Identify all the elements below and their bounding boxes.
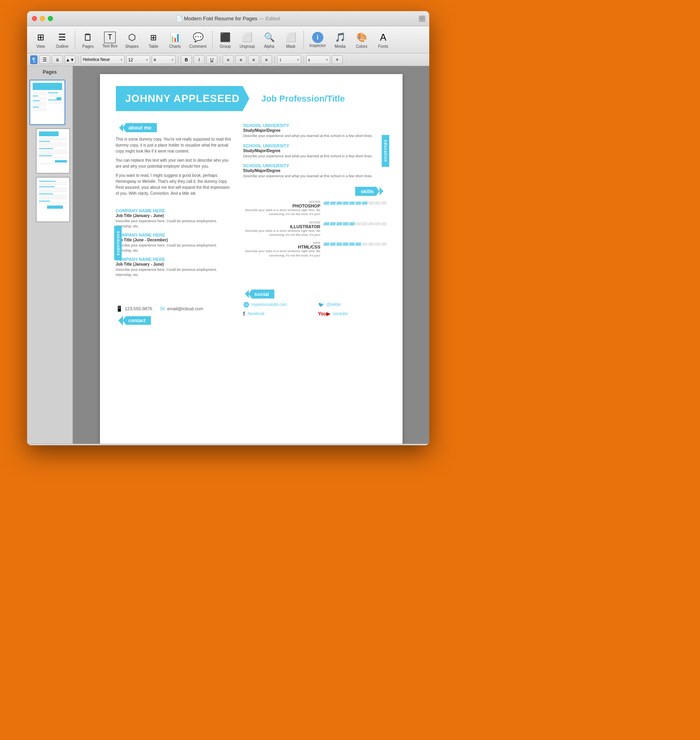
fmt-sep-4 [274,56,275,64]
toolbar-fonts[interactable]: A Fonts [373,29,393,50]
social-text-1: mypersonalsite.com [252,302,287,307]
textbox-label: Text Box [102,44,117,48]
skill-category-2: ADOBE [243,221,321,224]
close-button[interactable] [32,16,37,21]
shapes-icon: ⬡ [125,31,138,44]
toolbar-shapes[interactable]: ⬡ Shapes [121,29,142,50]
toolbar-mask[interactable]: ⬜ Mask [280,29,301,50]
social-text-3: /facebook [247,311,264,316]
toolbar-comment[interactable]: 💬 Comment [186,29,209,50]
skills-tag: skills [355,187,379,196]
underline-button[interactable]: U [206,55,217,64]
degree-1: Study/Major/Degree [243,128,387,133]
mask-label: Mask [286,44,295,49]
fullscreen-button[interactable]: ⤢ [419,16,425,22]
social-link-3: f /facebook [243,311,312,317]
columns-icon: ⫾ [308,57,311,62]
skill-item-2: ADOBE ILLUSTRATOR Describe your skills i… [243,221,387,237]
about-section: about me This is some dummy copy. You're… [116,123,231,196]
columns-select[interactable]: ⫾ ▾ [306,55,330,64]
about-para-2: You can replace this text with your own … [116,157,231,169]
toolbar-charts[interactable]: 📊 Charts [164,29,185,50]
mask-icon: ⬜ [284,31,297,44]
document-page: JOHNNY APPLESEED Job Profession/Title [100,74,403,444]
bar [349,243,355,246]
view-icon: ⊞ [34,31,47,44]
list-style-button[interactable]: ☰ [39,55,50,64]
maximize-button[interactable] [48,16,53,21]
skill-bars-2 [324,222,387,225]
font-size-select[interactable]: 12 ▾ [126,55,150,64]
school-2: SCHOOL UNIVERSITY [243,143,387,148]
page-thumb-1[interactable] [29,80,65,125]
font-name-arrow: ▾ [121,58,123,62]
toolbar-view[interactable]: ⊞ View [30,29,51,50]
ungroup-icon: ⬜ [241,31,254,44]
toolbar-inspector[interactable]: i Inspector [306,30,329,49]
media-label: Media [335,44,346,49]
toolbar-outline[interactable]: ☰ Outline [52,29,72,50]
bar [342,222,348,225]
skill-desc-2: Describe your skills in a short sentence… [243,229,321,237]
minimize-button[interactable] [40,16,45,21]
toolbar-pages[interactable]: 🗒 Pages [78,29,98,50]
title-bar: 📄 Modern Fold Resume for Pages — Edited … [27,11,429,26]
app-window: 📄 Modern Fold Resume for Pages — Edited … [27,11,429,445]
skill-name-3: HTML/CSS [243,245,321,249]
bar-empty [362,222,368,225]
text-size-button[interactable]: ▲▼ [65,55,76,64]
social-link-4: You▶ /youtube [318,311,387,317]
bar [355,202,361,205]
degree-2: Study/Major/Degree [243,149,387,153]
charts-icon: 📊 [168,31,181,44]
thumb-mini-2 [37,129,69,173]
toolbar-ungroup[interactable]: ⬜ Ungroup [237,29,258,50]
toolbar-table[interactable]: ⊞ Table [143,29,164,50]
toolbar-media[interactable]: 🎵 Media [330,29,350,50]
toolbar-alpha[interactable]: 🔍 Alpha [259,29,280,50]
page-thumb-3[interactable] [36,177,70,222]
toolbar-group[interactable]: ⬛ Group [215,29,236,50]
skill-bars-1 [324,202,387,205]
line-spacing-select[interactable]: ↕ ▾ [277,55,301,64]
bottom-row: 📱 123-555-9876 ✉ email@icloud.com contac… [116,290,387,325]
social-tag: social [249,290,275,299]
skills-section: skills ADOBE PHOTOSHOP Describe your ski… [243,187,387,258]
align-left-button[interactable]: ≡ [223,55,234,64]
email-item: ✉ email@icloud.com [160,305,203,312]
paragraph-style-button[interactable]: ¶ [30,55,37,64]
job-desc-3: Describe your experience here. Could be … [116,267,231,277]
bold-button[interactable]: B [181,55,192,64]
school-desc-2: Describe your experience and what you le… [243,154,387,159]
tb-sep-3 [303,30,304,49]
align-center-button[interactable]: ≡ [235,55,246,64]
toolbar-colors[interactable]: 🎨 Colors [351,29,372,50]
font-name-select[interactable]: Helvetica Neue ▾ [81,55,125,64]
shapes-label: Shapes [125,44,139,49]
social-text-4: /youtube [332,311,348,316]
about-para-1: This is some dummy copy. You're not real… [116,136,231,154]
contact-info: 📱 123-555-9876 ✉ email@icloud.com [116,301,231,312]
font-style-select[interactable]: a ▾ [152,55,176,64]
charts-label: Charts [169,44,181,49]
facebook-icon: f [243,311,245,317]
align-justify-button[interactable]: ≡ [261,55,272,64]
document-canvas[interactable]: JOHNNY APPLESEED Job Profession/Title [73,66,429,444]
font-size-value: 12 [128,57,133,62]
twitter-icon: 🐦 [318,302,324,307]
align-right-button[interactable]: ≡ [248,55,259,64]
group-icon: ⬛ [219,31,232,44]
page-thumb-2[interactable] [36,128,70,174]
job-title-2: Job Title (June - December) [116,238,231,242]
list-button[interactable]: ≡ [332,55,343,64]
skill-desc-1: Describe your skills in a short sentence… [243,208,321,217]
job-title-block: Job Profession/Title [253,86,386,111]
text-color-button[interactable]: a [52,55,63,64]
bar [330,222,336,225]
font-name-value: Helvetica Neue [83,57,110,62]
italic-button[interactable]: I [194,55,205,64]
thumb-mini-1 [30,80,65,124]
font-style-arrow: ▾ [172,58,174,62]
colors-label: Colors [356,44,368,49]
toolbar-textbox[interactable]: T Text Box [99,30,121,50]
